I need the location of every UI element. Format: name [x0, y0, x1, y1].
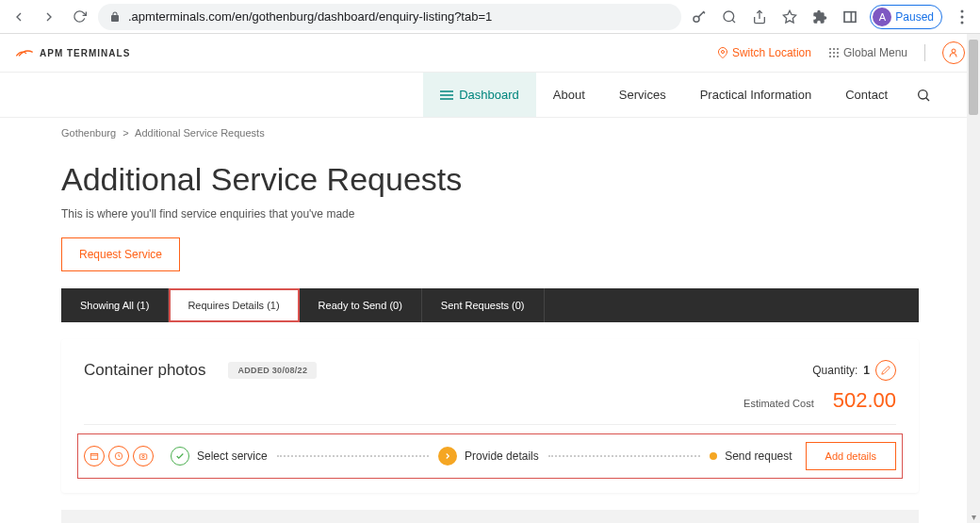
tab-requires-details[interactable]: Requires Details (1)	[169, 288, 299, 322]
steps-row: Select service Provide details Send requ…	[84, 440, 896, 472]
bookmark-star-icon[interactable]	[779, 7, 800, 27]
breadcrumb: Gothenburg > Additional Service Requests	[61, 118, 919, 148]
kebab-menu-icon[interactable]	[952, 7, 972, 27]
svg-point-24	[919, 90, 927, 98]
estimated-cost-value: 502.00	[833, 388, 896, 413]
user-avatar[interactable]	[942, 41, 965, 64]
share-icon[interactable]	[749, 7, 770, 27]
box-icon	[90, 451, 99, 461]
svg-point-14	[829, 52, 831, 54]
tab-sent-requests[interactable]: Sent Requests (0)	[422, 288, 545, 322]
svg-point-18	[833, 56, 835, 57]
back-button[interactable]	[8, 6, 30, 28]
tabs-bar: Showing All (1) Requires Details (1) Rea…	[61, 288, 919, 322]
nav-dashboard-label: Dashboard	[459, 88, 519, 102]
svg-point-20	[952, 49, 956, 53]
step-done-icon	[171, 447, 189, 466]
svg-rect-29	[139, 454, 147, 459]
svg-point-19	[837, 56, 839, 57]
scrollbar-down-arrow[interactable]: ▾	[967, 510, 980, 523]
below-card-area	[61, 510, 919, 523]
step3-label: Send request	[725, 449, 792, 463]
svg-point-1	[724, 11, 734, 22]
forward-button[interactable]	[38, 6, 60, 28]
logo-swoosh-icon	[15, 47, 34, 58]
svg-point-17	[829, 56, 831, 57]
profile-status: Paused	[895, 10, 934, 24]
tab-showing-all[interactable]: Showing All (1)	[61, 288, 169, 322]
container-type-icon-2	[108, 446, 129, 466]
site-header: APM TERMINALS Switch Location Global Men…	[0, 34, 980, 73]
pin-icon	[717, 46, 728, 59]
nav-contact[interactable]: Contact	[828, 73, 905, 117]
card-title: Container photos	[84, 361, 205, 380]
nav-about-label: About	[553, 88, 585, 102]
request-card: Container photos ADDED 30/08/22 Quantity…	[61, 339, 919, 493]
quantity-label: Quantity:	[812, 364, 858, 377]
site-logo[interactable]: APM TERMINALS	[15, 47, 130, 58]
nav-search[interactable]	[905, 73, 942, 117]
divider	[924, 44, 925, 61]
step-select-service: Select service	[171, 447, 268, 466]
svg-point-30	[142, 455, 145, 458]
add-details-button[interactable]: Add details	[806, 442, 896, 470]
global-menu-text: Global Menu	[843, 46, 907, 59]
request-service-button[interactable]: Request Service	[61, 237, 180, 271]
address-bar[interactable]: .apmterminals.com/en/gothenburg/dashboar…	[98, 4, 681, 30]
svg-point-13	[837, 48, 839, 50]
svg-point-9	[961, 21, 964, 24]
browser-toolbar: .apmterminals.com/en/gothenburg/dashboar…	[0, 0, 980, 34]
zoom-icon[interactable]	[719, 7, 740, 27]
nav-contact-label: Contact	[845, 88, 888, 102]
vertical-scrollbar[interactable]: ▾	[967, 34, 980, 523]
camera-icon	[139, 451, 148, 461]
extensions-icon[interactable]	[809, 7, 830, 27]
nav-services-label: Services	[619, 88, 666, 102]
reload-button[interactable]	[68, 6, 90, 28]
nav-dashboard[interactable]: Dashboard	[423, 73, 536, 117]
page-subtitle: This is where you'll find service enquir…	[61, 207, 919, 221]
svg-rect-26	[90, 454, 98, 460]
logo-text: APM TERMINALS	[40, 48, 130, 58]
breadcrumb-sep: >	[122, 127, 128, 139]
step-send-request: Send request	[710, 449, 792, 463]
switch-location-link[interactable]: Switch Location	[717, 46, 811, 59]
card-added-badge: ADDED 30/08/22	[228, 362, 317, 379]
scrollbar-thumb[interactable]	[969, 40, 978, 115]
tab-ready-to-send[interactable]: Ready to Send (0)	[300, 288, 422, 322]
step-connector	[277, 455, 429, 457]
svg-line-2	[732, 20, 735, 23]
panel-icon[interactable]	[840, 7, 860, 27]
global-menu-link[interactable]: Global Menu	[828, 46, 907, 59]
edit-quantity-button[interactable]	[875, 360, 896, 381]
arrow-right-icon	[443, 451, 452, 461]
clock-icon	[114, 451, 123, 461]
step1-label: Select service	[197, 449, 268, 463]
list-icon	[440, 90, 453, 100]
svg-point-0	[694, 16, 699, 22]
estimated-cost-label: Estimated Cost	[743, 398, 814, 409]
grid-icon	[828, 47, 840, 58]
svg-line-25	[926, 97, 929, 100]
nav-services[interactable]: Services	[602, 73, 683, 117]
profile-avatar: A	[873, 8, 891, 26]
nav-practical[interactable]: Practical Information	[683, 73, 829, 117]
user-icon	[948, 47, 959, 58]
container-type-icon-3	[133, 446, 154, 466]
pencil-icon	[881, 366, 890, 375]
nav-about[interactable]: About	[536, 73, 602, 117]
step2-label: Provide details	[465, 449, 539, 463]
breadcrumb-root[interactable]: Gothenburg	[61, 127, 116, 139]
search-icon	[916, 88, 931, 103]
step-connector	[548, 455, 700, 457]
nav-practical-label: Practical Information	[700, 88, 812, 102]
breadcrumb-current: Additional Service Requests	[135, 127, 265, 139]
svg-point-12	[833, 48, 835, 50]
page-title: Additional Service Requests	[61, 161, 919, 198]
svg-point-15	[833, 52, 835, 54]
profile-badge[interactable]: A Paused	[870, 5, 942, 29]
switch-location-text: Switch Location	[732, 46, 811, 59]
url-text: .apmterminals.com/en/gothenburg/dashboar…	[128, 9, 492, 24]
key-icon[interactable]	[689, 7, 710, 27]
step-active-icon	[438, 447, 457, 466]
